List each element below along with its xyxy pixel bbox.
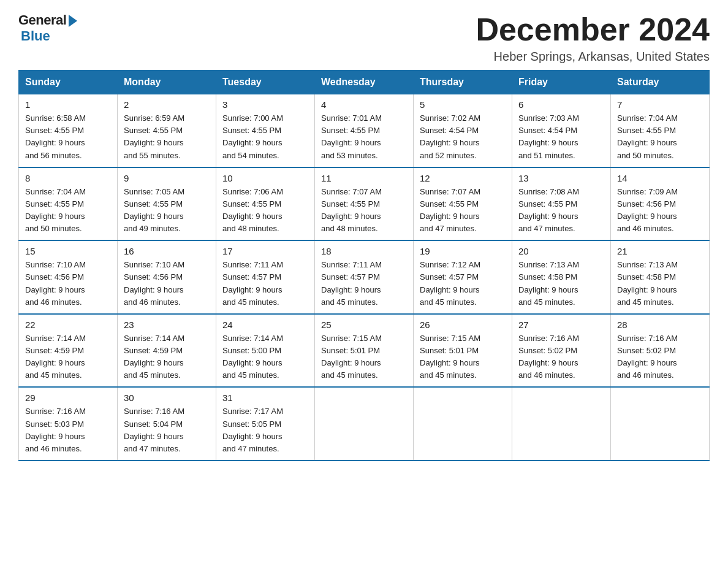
day-of-week-header: Wednesday: [315, 71, 414, 94]
day-number: 18: [321, 246, 407, 256]
calendar-week-row: 15Sunrise: 7:10 AMSunset: 4:56 PMDayligh…: [19, 240, 710, 314]
calendar-week-row: 22Sunrise: 7:14 AMSunset: 4:59 PMDayligh…: [19, 314, 710, 388]
page-header: General Blue December 2024 Heber Springs…: [18, 12, 710, 64]
day-info: Sunrise: 7:16 AMSunset: 5:04 PMDaylight:…: [124, 405, 210, 455]
location-title: Heber Springs, Arkansas, United States: [476, 50, 710, 64]
day-number: 15: [25, 246, 111, 256]
calendar-day-cell: 9Sunrise: 7:05 AMSunset: 4:55 PMDaylight…: [118, 167, 216, 241]
day-info: Sunrise: 7:11 AMSunset: 4:57 PMDaylight:…: [321, 259, 407, 308]
day-number: 10: [222, 173, 308, 183]
calendar-day-cell: 8Sunrise: 7:04 AMSunset: 4:55 PMDaylight…: [19, 167, 118, 241]
day-info: Sunrise: 7:13 AMSunset: 4:58 PMDaylight:…: [518, 259, 604, 308]
day-info: Sunrise: 7:04 AMSunset: 4:55 PMDaylight:…: [25, 186, 111, 236]
calendar-day-cell: 10Sunrise: 7:06 AMSunset: 4:55 PMDayligh…: [216, 167, 315, 241]
day-of-week-header: Thursday: [414, 71, 512, 94]
day-number: 23: [124, 320, 210, 330]
calendar-day-cell: 19Sunrise: 7:12 AMSunset: 4:57 PMDayligh…: [414, 240, 512, 314]
day-number: 3: [222, 99, 308, 110]
day-number: 2: [124, 99, 210, 110]
day-info: Sunrise: 7:11 AMSunset: 4:57 PMDaylight:…: [222, 259, 308, 308]
logo: General Blue: [18, 12, 77, 44]
calendar-day-cell: 27Sunrise: 7:16 AMSunset: 5:02 PMDayligh…: [512, 314, 611, 388]
calendar-day-cell: 17Sunrise: 7:11 AMSunset: 4:57 PMDayligh…: [216, 240, 315, 314]
calendar-day-cell: 22Sunrise: 7:14 AMSunset: 4:59 PMDayligh…: [19, 314, 118, 388]
day-number: 7: [617, 99, 703, 110]
day-number: 4: [321, 99, 407, 110]
calendar-table: SundayMondayTuesdayWednesdayThursdayFrid…: [18, 70, 710, 461]
calendar-day-cell: 5Sunrise: 7:02 AMSunset: 4:54 PMDaylight…: [414, 94, 512, 167]
day-number: 6: [518, 99, 604, 110]
calendar-day-cell: 3Sunrise: 7:00 AMSunset: 4:55 PMDaylight…: [216, 94, 315, 167]
day-info: Sunrise: 7:03 AMSunset: 4:54 PMDaylight:…: [518, 112, 604, 162]
day-number: 9: [124, 173, 210, 183]
day-number: 16: [124, 246, 210, 256]
calendar-day-cell: 20Sunrise: 7:13 AMSunset: 4:58 PMDayligh…: [512, 240, 611, 314]
day-number: 12: [420, 173, 506, 183]
calendar-day-cell: 28Sunrise: 7:16 AMSunset: 5:02 PMDayligh…: [611, 314, 710, 388]
calendar-day-cell: 13Sunrise: 7:08 AMSunset: 4:55 PMDayligh…: [512, 167, 611, 241]
day-number: 26: [420, 320, 506, 330]
day-number: 29: [25, 393, 111, 403]
calendar-day-cell: 31Sunrise: 7:17 AMSunset: 5:05 PMDayligh…: [216, 387, 315, 461]
day-info: Sunrise: 7:10 AMSunset: 4:56 PMDaylight:…: [124, 259, 210, 308]
day-info: Sunrise: 6:58 AMSunset: 4:55 PMDaylight:…: [25, 112, 111, 162]
calendar-day-cell: [512, 387, 611, 461]
day-info: Sunrise: 7:16 AMSunset: 5:03 PMDaylight:…: [25, 405, 111, 455]
calendar-day-cell: [414, 387, 512, 461]
calendar-day-cell: 7Sunrise: 7:04 AMSunset: 4:55 PMDaylight…: [611, 94, 710, 167]
title-section: December 2024 Heber Springs, Arkansas, U…: [476, 12, 710, 64]
day-info: Sunrise: 7:14 AMSunset: 5:00 PMDaylight:…: [222, 332, 308, 382]
day-info: Sunrise: 7:10 AMSunset: 4:56 PMDaylight:…: [25, 259, 111, 308]
calendar-header-row: SundayMondayTuesdayWednesdayThursdayFrid…: [19, 71, 710, 94]
day-info: Sunrise: 7:13 AMSunset: 4:58 PMDaylight:…: [617, 259, 703, 308]
day-of-week-header: Tuesday: [216, 71, 315, 94]
day-info: Sunrise: 7:12 AMSunset: 4:57 PMDaylight:…: [420, 259, 506, 308]
day-info: Sunrise: 7:01 AMSunset: 4:55 PMDaylight:…: [321, 112, 407, 162]
day-number: 11: [321, 173, 407, 183]
day-info: Sunrise: 7:09 AMSunset: 4:56 PMDaylight:…: [617, 186, 703, 236]
day-number: 31: [222, 393, 308, 403]
day-number: 13: [518, 173, 604, 183]
day-info: Sunrise: 7:07 AMSunset: 4:55 PMDaylight:…: [321, 186, 407, 236]
calendar-day-cell: 14Sunrise: 7:09 AMSunset: 4:56 PMDayligh…: [611, 167, 710, 241]
day-of-week-header: Monday: [118, 71, 216, 94]
day-number: 24: [222, 320, 308, 330]
calendar-week-row: 8Sunrise: 7:04 AMSunset: 4:55 PMDaylight…: [19, 167, 710, 241]
month-title: December 2024: [476, 12, 710, 47]
day-of-week-header: Sunday: [19, 71, 118, 94]
day-info: Sunrise: 7:05 AMSunset: 4:55 PMDaylight:…: [124, 186, 210, 236]
calendar-day-cell: [315, 387, 414, 461]
calendar-day-cell: 29Sunrise: 7:16 AMSunset: 5:03 PMDayligh…: [19, 387, 118, 461]
day-info: Sunrise: 7:06 AMSunset: 4:55 PMDaylight:…: [222, 186, 308, 236]
calendar-day-cell: 2Sunrise: 6:59 AMSunset: 4:55 PMDaylight…: [118, 94, 216, 167]
calendar-day-cell: 15Sunrise: 7:10 AMSunset: 4:56 PMDayligh…: [19, 240, 118, 314]
calendar-week-row: 29Sunrise: 7:16 AMSunset: 5:03 PMDayligh…: [19, 387, 710, 461]
logo-general-text: General: [18, 12, 66, 28]
calendar-day-cell: 6Sunrise: 7:03 AMSunset: 4:54 PMDaylight…: [512, 94, 611, 167]
calendar-day-cell: 24Sunrise: 7:14 AMSunset: 5:00 PMDayligh…: [216, 314, 315, 388]
calendar-day-cell: 11Sunrise: 7:07 AMSunset: 4:55 PMDayligh…: [315, 167, 414, 241]
day-info: Sunrise: 7:17 AMSunset: 5:05 PMDaylight:…: [222, 405, 308, 455]
logo-arrow-icon: [69, 15, 77, 27]
day-number: 14: [617, 173, 703, 183]
day-info: Sunrise: 7:14 AMSunset: 4:59 PMDaylight:…: [25, 332, 111, 382]
day-info: Sunrise: 7:15 AMSunset: 5:01 PMDaylight:…: [321, 332, 407, 382]
day-number: 17: [222, 246, 308, 256]
calendar-week-row: 1Sunrise: 6:58 AMSunset: 4:55 PMDaylight…: [19, 94, 710, 167]
day-number: 19: [420, 246, 506, 256]
day-number: 8: [25, 173, 111, 183]
day-number: 20: [518, 246, 604, 256]
day-number: 25: [321, 320, 407, 330]
day-info: Sunrise: 7:04 AMSunset: 4:55 PMDaylight:…: [617, 112, 703, 162]
calendar-day-cell: 12Sunrise: 7:07 AMSunset: 4:55 PMDayligh…: [414, 167, 512, 241]
calendar-day-cell: 30Sunrise: 7:16 AMSunset: 5:04 PMDayligh…: [118, 387, 216, 461]
day-of-week-header: Friday: [512, 71, 611, 94]
calendar-day-cell: 1Sunrise: 6:58 AMSunset: 4:55 PMDaylight…: [19, 94, 118, 167]
day-number: 21: [617, 246, 703, 256]
day-info: Sunrise: 7:00 AMSunset: 4:55 PMDaylight:…: [222, 112, 308, 162]
day-info: Sunrise: 6:59 AMSunset: 4:55 PMDaylight:…: [124, 112, 210, 162]
calendar-day-cell: 26Sunrise: 7:15 AMSunset: 5:01 PMDayligh…: [414, 314, 512, 388]
day-number: 5: [420, 99, 506, 110]
day-info: Sunrise: 7:08 AMSunset: 4:55 PMDaylight:…: [518, 186, 604, 236]
day-of-week-header: Saturday: [611, 71, 710, 94]
